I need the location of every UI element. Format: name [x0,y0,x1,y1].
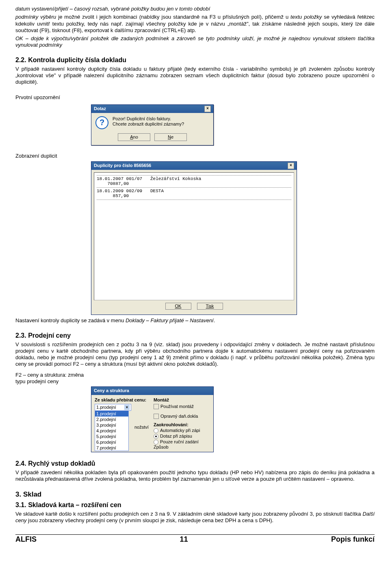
para-3-1: Ve skladové kartě došlo k rozšíření počt… [15,511,375,524]
combo-option[interactable]: 6.prodejní [95,439,128,445]
combo-option[interactable]: 3.prodejní [95,422,128,428]
txt: Chcete zobrazit duplicitní záznamy? [113,122,184,127]
label-zpusob: Způsob [154,445,200,450]
combo-value: 1.prodejní [96,404,116,410]
label-mnozstvi: nožství [134,425,149,430]
list-item: 18.01.2009 002/09 DESTA [97,189,291,194]
txt: e [171,135,173,139]
chevron-down-icon[interactable]: ▼ [124,405,130,410]
radio-icon [154,440,158,445]
combo-option[interactable]: 5.prodejní [95,434,128,439]
label-zaokrouhlovani: Zaokrouhlování: [154,422,200,428]
label-montaz: Montáž [154,397,200,403]
dialog-ceny: Ceny a struktura Ze skladu přebírat cenu… [91,386,214,452]
radio-dotaz[interactable]: Dotaz při zápisu [154,434,200,439]
dialog-duplicity: Duplicity pro číslo 8565656 × 18.01.2007… [91,161,297,315]
label-f2: F2 – ceny a struktura: změna typu prodej… [15,369,91,385]
checkbox-icon [154,414,159,419]
para-2-4: V případě zavedení několika pokladen byl… [15,469,375,483]
para-top-2: podmínky výběru je možné zvolit i jejich… [15,14,375,34]
heading-2-3: 2.3. Prodejní ceny [15,332,375,340]
txt: Dotaz při zápisu [160,434,192,438]
txt: Doklady – Faktury přijaté – Nastavení [126,317,214,323]
list-item: 857,90 [97,193,291,199]
close-icon[interactable]: × [204,106,211,112]
checkbox-montaz[interactable]: Používat montáž [154,404,200,410]
col-right: Montáž Používat montáž Opravný daň.dokla… [154,397,200,452]
txt: Pozor! Duplicitní číslo faktury. [113,116,184,122]
txt: podmínky výběru [15,14,56,20]
question-icon: ? [95,116,108,129]
combo-option[interactable]: 2.prodejní [95,417,128,422]
checkbox-icon [154,404,159,409]
txt: jsou zobrazeny všechny prodejní ceny (v … [26,517,273,523]
txt: Nastavení kontroly duplicity se zadává v… [15,317,126,323]
separator [97,200,291,200]
dialog-title: Ceny a struktura [94,388,129,394]
label-prvotni: Prvotní upozornění [15,94,91,101]
txt: no [133,135,138,139]
combo-option[interactable]: 4.prodejní [95,428,128,434]
dialog-title: Duplicity pro číslo 8565656 [94,163,151,169]
button-ne[interactable]: Ne [154,133,187,141]
dialog-titlebar: Dotaz × [91,105,213,113]
list-item: 70887,00 [97,181,291,187]
para-top-3: OK – dojde k výpočtu/vybrání položek dle… [15,35,375,49]
dialog-dotaz: Dotaz × ? Pozor! Duplicitní číslo faktur… [91,104,214,146]
para-2-2: V případě nastavení kontroly duplicity č… [15,66,375,86]
combo-option[interactable]: 1.prodejní [95,411,128,417]
txt: textu položky [290,14,322,20]
txt: je možné zvolit i jejich kombinaci (nabí… [56,14,290,20]
dialog-titlebar: Duplicity pro číslo 8565656 × [91,162,297,170]
combo-list[interactable]: 1.prodejní 2.prodejní 3.prodejní 4.prode… [95,410,129,451]
txt: Opravný daň.dokla [160,414,198,419]
txt: Ve skladové kartě došlo k rozšíření počt… [15,511,362,517]
page-footer: ALFIS 11 Popis funkcí [15,534,375,544]
radio-auto[interactable]: Automaticky při zápi [154,428,200,434]
button-ano[interactable]: Ano [118,133,150,141]
heading-3: 3. Sklad [15,490,375,499]
para-2-3: V souvislosti s rozšířením prodejních ce… [15,341,375,368]
heading-2-4: 2.4. Rychlý vstup dokladů [15,460,375,468]
checkbox-opravny[interactable]: Opravný daň.dokla [154,414,200,419]
radio-rucni[interactable]: Pouze ruční zadání [154,439,200,445]
footer-left: ALFIS [15,535,37,544]
combo-prodejni[interactable]: 1.prodejní ▼ [95,404,131,411]
button-tisk[interactable]: Tisk [197,303,223,310]
separator [97,187,291,188]
txt: OK – dojde k výpočtu/vybrání položek dle… [15,35,375,41]
txt: Automaticky při zápi [160,428,200,433]
para-settings: Nastavení kontroly duplicity se zadává v… [15,317,375,324]
para-top-1: datum vystavení/přijetí – časový rozsah,… [15,6,375,12]
label-zobrazeni: Zobrazení duplicit [15,153,375,159]
footer-center: 11 [180,535,188,544]
txt: Používat montáž [160,404,194,409]
heading-2-2: 2.2. Kontrola duplicity čísla dokladu [15,56,375,64]
txt: vynulovat podmínky [15,42,62,48]
combo-option[interactable]: 7.prodejní [95,445,128,451]
dialog-titlebar: Ceny a struktura [91,387,213,395]
duplicity-list[interactable]: 18.01.2007 001/07 Železářství Kokoska 70… [94,172,294,300]
txt: . [214,317,215,323]
label-sklad: Ze skladu přebírat cenu: [95,397,150,403]
heading-3-1: 3.1. Skladová karta – rozšíření cen [15,501,375,509]
close-icon[interactable]: × [288,163,294,169]
radio-icon [154,434,158,439]
col-left: Ze skladu přebírat cenu: 1.prodejní ▼ 1.… [95,397,150,452]
separator [97,175,291,176]
dialog-title: Dotaz [94,106,106,112]
radio-icon [154,428,158,433]
list-item: 18.01.2007 001/07 Železářství Kokoska [97,176,291,182]
txt: Pouze ruční zadání [160,439,199,444]
dialog-message: Pozor! Duplicitní číslo faktury. Chcete … [113,116,184,129]
button-ok[interactable]: OK [165,303,191,310]
footer-right: Popis funkcí [331,535,375,544]
